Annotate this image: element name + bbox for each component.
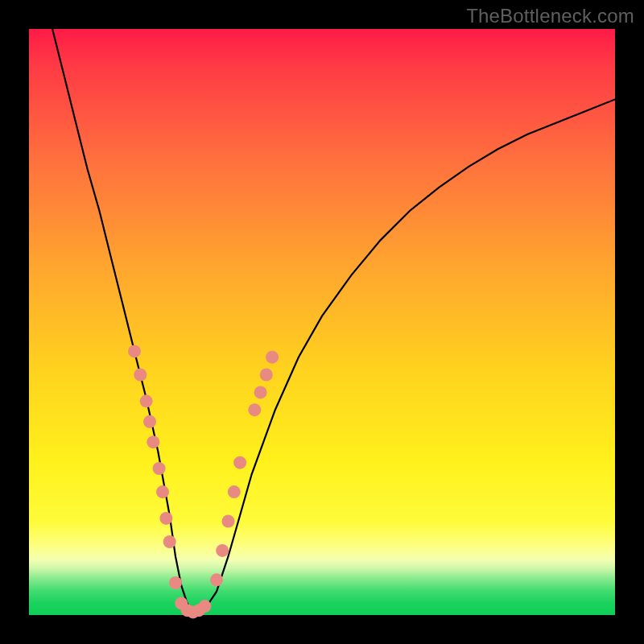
data-marker xyxy=(134,369,147,382)
data-marker xyxy=(163,535,176,548)
data-marker xyxy=(210,573,223,586)
chart-svg xyxy=(29,29,615,615)
data-marker xyxy=(159,512,172,525)
data-marker xyxy=(260,369,273,382)
data-marker xyxy=(248,403,261,416)
data-marker xyxy=(254,386,267,398)
chart-frame xyxy=(29,29,615,615)
data-marker xyxy=(233,456,246,469)
data-marker xyxy=(198,600,211,613)
data-marker xyxy=(222,515,235,528)
data-marker xyxy=(128,345,141,357)
data-marker xyxy=(169,576,182,589)
watermark-text: TheBottleneck.com xyxy=(466,5,634,27)
data-marker xyxy=(156,485,169,498)
data-markers xyxy=(128,345,279,618)
data-marker xyxy=(153,462,166,475)
data-marker xyxy=(143,415,156,428)
data-marker xyxy=(140,394,153,407)
data-marker xyxy=(266,351,279,364)
data-marker xyxy=(216,544,229,557)
data-marker xyxy=(228,485,241,498)
bottleneck-curve xyxy=(52,29,615,612)
data-marker xyxy=(147,436,159,448)
